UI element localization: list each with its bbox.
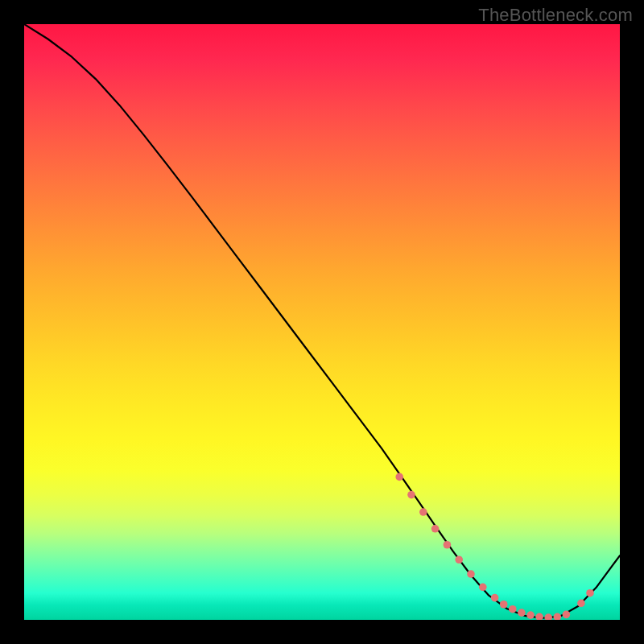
highlight-point [563, 611, 571, 619]
highlight-point [544, 613, 552, 620]
highlight-point [509, 605, 517, 613]
highlight-point [586, 589, 594, 597]
highlighted-points-group [395, 473, 593, 620]
highlight-point [444, 541, 452, 549]
highlight-point [395, 473, 403, 481]
highlight-point [419, 508, 427, 516]
highlight-point [431, 525, 440, 533]
highlight-point [407, 491, 415, 499]
main-curve [24, 24, 620, 618]
highlight-point [467, 570, 475, 578]
highlight-point [577, 599, 585, 607]
highlight-point [518, 609, 526, 617]
highlight-point [526, 611, 535, 619]
highlight-point [535, 613, 543, 621]
watermark-text: TheBottleneck.com [478, 5, 633, 26]
highlight-point [491, 594, 499, 602]
highlight-point [455, 555, 463, 564]
chart-svg [24, 24, 620, 620]
highlight-point [500, 601, 508, 609]
plot-gradient-area [24, 24, 620, 620]
highlight-point [554, 613, 562, 621]
highlight-point [479, 584, 487, 592]
